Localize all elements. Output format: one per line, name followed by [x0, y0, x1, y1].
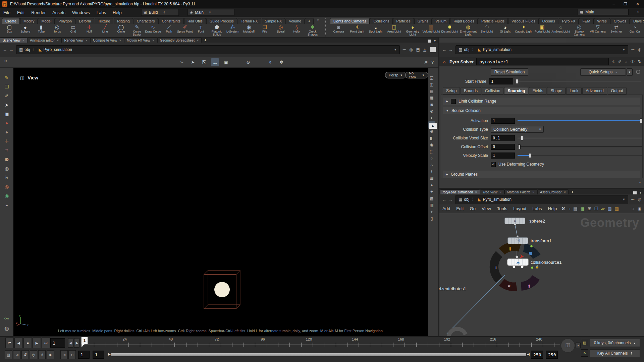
tree-hierarchy-icon[interactable]: ⫞ — [568, 206, 571, 212]
node-label[interactable]: sphere2 — [529, 219, 545, 224]
muscle-circle-icon[interactable]: ◍ — [4, 166, 9, 171]
flipbook-icon[interactable]: ▦ — [428, 95, 435, 101]
stop-button[interactable]: ■ — [23, 338, 32, 348]
range-start-button[interactable]: |◀ — [60, 350, 68, 359]
gi-light-tool[interactable]: ◕ GI Light — [496, 24, 515, 37]
menu-item[interactable]: Labs — [93, 9, 109, 16]
forward-button[interactable]: → — [9, 47, 13, 52]
shelf-tab[interactable]: Viscous Fluids — [508, 18, 539, 24]
back-button[interactable]: ← — [442, 47, 446, 52]
shelf-tab[interactable]: Particles — [393, 18, 414, 24]
shelf-set-combo[interactable]: ◈ Main ▲▼ — [187, 9, 234, 16]
quick-setups-button[interactable]: Quick Setups⌄ — [580, 68, 626, 76]
model-cube-icon[interactable]: ❒ — [4, 84, 9, 89]
menu-item[interactable]: View — [479, 205, 494, 212]
close-tab-icon[interactable]: ✕ — [86, 39, 88, 42]
node-label[interactable]: transform1 — [531, 238, 551, 243]
character-icon[interactable]: ⚉ — [4, 157, 9, 162]
select-cursor-icon[interactable]: ➤ — [189, 58, 197, 66]
select-arrow-icon[interactable]: ➤ — [4, 102, 9, 108]
export-view-icon[interactable]: ◐ — [428, 115, 435, 121]
collision-type-dropdown[interactable]: Collision Geometry ▲▼ — [491, 126, 544, 133]
collision-offset-slider[interactable] — [518, 144, 642, 150]
pane-tab[interactable]: Composite View✕ — [90, 38, 124, 43]
shelf-separator-handle[interactable] — [323, 18, 326, 36]
prev-frame-button[interactable]: ◀| — [68, 338, 73, 348]
network-path-field[interactable]: ▦obj 〉 ◣Pyro_simulation ▼ — [455, 195, 628, 204]
range-slider-left-handle[interactable]: ▶ — [108, 352, 111, 356]
param-tab[interactable]: Setup — [443, 87, 460, 95]
spinner-icon[interactable]: ▲▼ — [209, 11, 211, 14]
keys-status-button[interactable]: 0 keys, 0/0 channels▲ — [590, 339, 640, 347]
shelf-tab[interactable]: Polygon — [55, 18, 75, 24]
curve-bezier-tool[interactable]: ✎ Curve Bezier — [129, 24, 145, 37]
null-tool[interactable]: ✛ Null — [81, 24, 97, 37]
radial-menu-combo[interactable]: ▦ Main — [578, 9, 629, 15]
view-box-zoom-icon[interactable]: ▣ — [222, 58, 230, 66]
select-prims-icon[interactable]: ◧ — [428, 135, 435, 141]
shelf-tab[interactable]: Hair Utils — [184, 18, 206, 24]
wireframe-icon[interactable]: ▦ — [428, 175, 435, 182]
path-dropdown-icon[interactable]: ▼ — [623, 48, 626, 51]
volume-light-tool[interactable]: ▒ Volume Light — [422, 24, 440, 37]
shelf-tab[interactable]: Guide Process — [206, 18, 237, 24]
range-start-field[interactable]: 1 — [93, 351, 104, 359]
torus-tool[interactable]: ◎ Torus — [49, 24, 65, 37]
pane-tab[interactable]: Asset Browser✕ — [537, 189, 569, 194]
range-end-button[interactable]: ▶| — [68, 350, 76, 359]
reset-simulation-button[interactable]: Reset Simulation — [491, 68, 528, 76]
shelf-tab[interactable]: Deform — [75, 18, 94, 24]
visibility-eye-icon[interactable]: ◉ — [428, 141, 435, 148]
close-tab-icon[interactable]: ✕ — [119, 39, 121, 42]
timeline-ruler[interactable]: 24487296120144168192216240 1 — [80, 337, 560, 349]
shelf-tab[interactable]: Model — [38, 18, 55, 24]
shelf-tab[interactable]: Volume — [285, 18, 305, 24]
node-label[interactable]: collisionsource1 — [531, 260, 562, 265]
voxel-size-slider[interactable] — [518, 135, 642, 141]
shelf-tab[interactable]: Crowds — [610, 18, 630, 24]
search-icon[interactable]: ◌ — [625, 59, 627, 65]
box-tool[interactable]: ▢ Box — [1, 24, 17, 37]
playback-range-bar[interactable] — [111, 353, 527, 357]
info-overlay-icon[interactable]: ▥ — [428, 202, 435, 208]
pane-tab[interactable]: /obj/Pyro_simulation✕ — [440, 189, 480, 194]
minimize-button[interactable]: – — [612, 2, 615, 6]
pane-tab[interactable]: Material Palette✕ — [504, 189, 537, 194]
bucket-icon[interactable]: ◒ — [4, 202, 9, 207]
pane-tab[interactable]: Tree View✕ — [480, 189, 504, 194]
shaded-icon[interactable]: ◕ — [428, 182, 435, 188]
snapshot-icon[interactable]: ▤ — [428, 88, 435, 95]
collision-offset-field[interactable]: 0 — [491, 144, 515, 150]
close-tab-icon[interactable]: ✕ — [564, 191, 566, 194]
forward-button[interactable]: → — [448, 197, 453, 202]
spinner-icon[interactable]: ▲▼ — [163, 11, 165, 14]
link-target-icon[interactable]: ◎ — [638, 197, 641, 202]
param-tab[interactable]: Collision — [482, 87, 503, 95]
layout-single-icon[interactable]: ◱ — [428, 74, 435, 81]
recycle-icon[interactable]: ↻ — [638, 59, 641, 65]
switcher-tool[interactable]: ⇄ Switcher — [607, 24, 626, 37]
scoped-channels-icon[interactable]: ▤ — [5, 350, 12, 359]
sphere-tool[interactable]: ● Sphere — [17, 24, 34, 37]
search-icon[interactable]: ◌ — [632, 206, 634, 211]
axis-jack-icon[interactable]: ✛ — [4, 138, 9, 144]
line-tool[interactable]: ╱ Line — [97, 24, 113, 37]
tick-marks-icon[interactable]: ⑁ — [38, 350, 46, 359]
range-end-field[interactable]: 250 — [531, 351, 543, 359]
bone-icon[interactable]: ⌗ — [4, 147, 9, 153]
camera-selector[interactable]: No cam▼ — [405, 72, 428, 78]
gear-box-icon[interactable]: ✲ — [277, 58, 285, 66]
overview-eye-icon[interactable]: ◉ — [638, 206, 641, 211]
gan-camera-tool[interactable]: ◔ Gan Ca — [626, 24, 644, 37]
asset-box-icon[interactable]: ▥ — [615, 206, 619, 211]
menu-item[interactable]: Tools — [494, 205, 510, 212]
close-tab-icon[interactable]: ✕ — [499, 191, 502, 194]
stowbar-arrow-icon[interactable]: ▶ — [429, 123, 437, 129]
menu-item[interactable]: Edit — [453, 205, 467, 212]
menu-item[interactable]: File — [0, 9, 14, 16]
simulation-toggle-icon[interactable] — [636, 70, 640, 74]
pane-tab[interactable]: Geometry Spreadsheet✕ — [157, 38, 202, 43]
voxel-size-field[interactable]: 0.1 — [491, 135, 515, 141]
param-path-field[interactable]: ▦obj 〉 ◣Pyro_simulation ▼ — [455, 45, 628, 54]
close-tab-icon[interactable]: ✕ — [532, 191, 535, 194]
